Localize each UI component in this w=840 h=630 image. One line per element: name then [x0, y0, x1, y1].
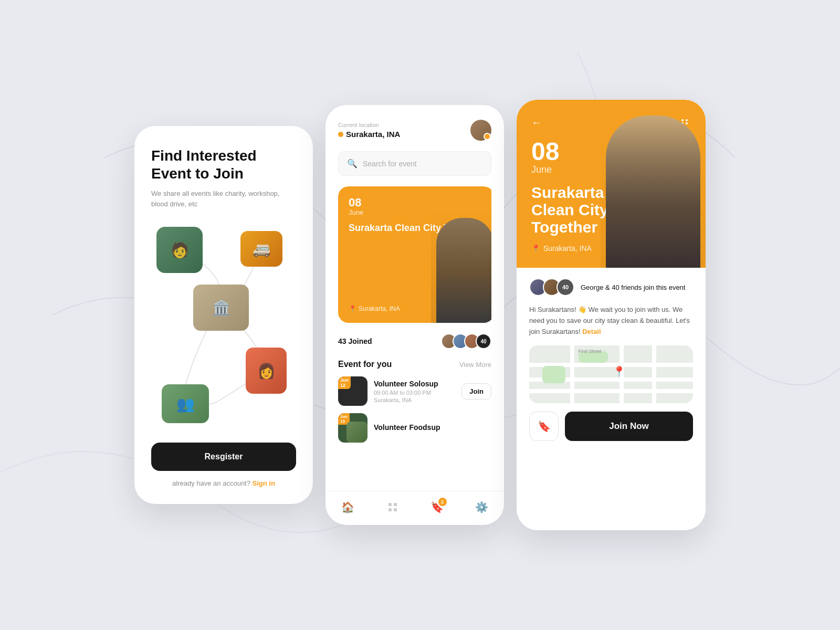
phones-container: Find Interested Event to Join We share a… [134, 100, 706, 530]
map-pin-icon: 📍 [613, 365, 626, 378]
svg-rect-3 [394, 508, 397, 511]
bookmark-icon: 🔖 [538, 420, 551, 433]
join-button-1[interactable]: Join [461, 383, 491, 400]
signin-text: already have an account? Sign in [151, 479, 296, 487]
section-header: Event for you View More [338, 360, 491, 369]
page-subtitle: We share all events like charity, worksh… [151, 188, 296, 209]
event-time-1: 09:00 AM to 03:00 PM [374, 390, 455, 396]
event-loc-1: Surakarta, INA [374, 397, 455, 403]
location-bar: Current location Surakarta, INA [338, 120, 491, 141]
event-description: Hi Surakartans! 👋 We wait you to join wi… [529, 304, 693, 337]
event-thumb-2: Jun15 [338, 413, 368, 443]
search-input[interactable]: Search for event [363, 160, 417, 168]
bottom-navigation: 🏠 🔖 2 ⚙️ [326, 491, 504, 525]
event-person-image [431, 207, 491, 323]
search-icon: 🔍 [347, 159, 358, 169]
bookmark-badge: 2 [438, 498, 447, 506]
event-img-woman: 👩 [246, 348, 287, 394]
join-now-button[interactable]: Join Now [565, 412, 693, 441]
list-item: Jun12 Volunteer Solosup 09:00 AM to 03:0… [338, 376, 491, 406]
joined-avatars: 40 [441, 333, 491, 349]
joined-row: 43 Joined 40 [338, 333, 491, 349]
event-detail-body: 40 George & 40 friends join this event H… [517, 268, 706, 530]
event-img-person1: 🧑 [156, 227, 203, 273]
friends-join-row: 40 George & 40 friends join this event [529, 278, 693, 296]
svg-rect-1 [394, 503, 397, 506]
svg-rect-2 [388, 508, 392, 511]
location-label: Current location [338, 122, 400, 128]
joined-avatar-count: 40 [476, 333, 491, 349]
map-background: First Street 📍 [529, 345, 693, 403]
event-location: 📍 Surakarta, INA [349, 305, 400, 312]
joined-count: 43 Joined [338, 337, 372, 345]
thumb-date-1: Jun12 [338, 376, 351, 389]
featured-events-scroll: 08 June Surakarta Clean City Together 📍 … [338, 186, 491, 323]
location-name: Surakarta, INA [338, 130, 400, 139]
event-name-2: Volunteer Foodsup [374, 423, 491, 432]
detail-link[interactable]: Detail [582, 328, 601, 335]
event-map[interactable]: First Street 📍 [529, 345, 693, 403]
back-button[interactable]: ← [531, 117, 542, 129]
list-item: Jun15 Volunteer Foodsup [338, 413, 491, 443]
action-row: 🔖 Join Now [529, 412, 693, 441]
view-more-link[interactable]: View More [459, 361, 491, 369]
event-img-building: 🏛️ [193, 285, 249, 331]
phone-1-onboarding: Find Interested Event to Join We share a… [134, 126, 313, 504]
event-name-1: Volunteer Solosup [374, 380, 455, 388]
event-info-1: Volunteer Solosup 09:00 AM to 03:00 PM S… [374, 380, 455, 403]
register-button[interactable]: Resgister [151, 443, 296, 471]
featured-event-card[interactable]: 08 June Surakarta Clean City Together 📍 … [338, 186, 491, 323]
section-title: Event for you [338, 360, 392, 369]
phone-2-home: Current location Surakarta, INA 🔍 Search… [326, 105, 504, 525]
page-title: Find Interested Event to Join [151, 147, 296, 182]
phone-3-detail: ← 08 June Surakarta Clean City Together [517, 100, 706, 530]
user-avatar[interactable] [470, 120, 491, 141]
event-person-big [601, 110, 706, 268]
friend-avatars: 40 [529, 278, 574, 296]
event-images-area: 🧑 🚐 🏛️ 👩 👥 [151, 222, 296, 443]
event-img-van: 🚐 [240, 231, 282, 267]
nav-settings-icon[interactable]: ⚙️ [475, 500, 489, 514]
pin-icon: 📍 [349, 305, 356, 312]
event-date: 08 [349, 197, 484, 208]
location-dot-icon [338, 132, 343, 137]
location-info: Current location Surakarta, INA [338, 122, 400, 139]
svg-rect-0 [388, 503, 392, 506]
nav-grid-icon[interactable] [385, 500, 400, 514]
bookmark-button[interactable]: 🔖 [529, 412, 559, 441]
nav-bookmark-icon[interactable]: 🔖 2 [430, 500, 445, 514]
pin-icon-big: 📍 [531, 244, 540, 253]
event-detail-header: ← 08 June Surakarta Clean City Together [517, 100, 706, 268]
friends-join-text: George & 40 friends join this event [581, 284, 685, 291]
event-img-group: 👥 [162, 384, 209, 423]
nav-home-icon[interactable]: 🏠 [341, 500, 355, 514]
event-info-2: Volunteer Foodsup [374, 423, 491, 433]
event-thumb-1: Jun12 [338, 376, 368, 406]
search-bar[interactable]: 🔍 Search for event [338, 151, 491, 176]
signin-link[interactable]: Sign in [253, 479, 275, 487]
friends-count-badge: 40 [556, 278, 574, 296]
